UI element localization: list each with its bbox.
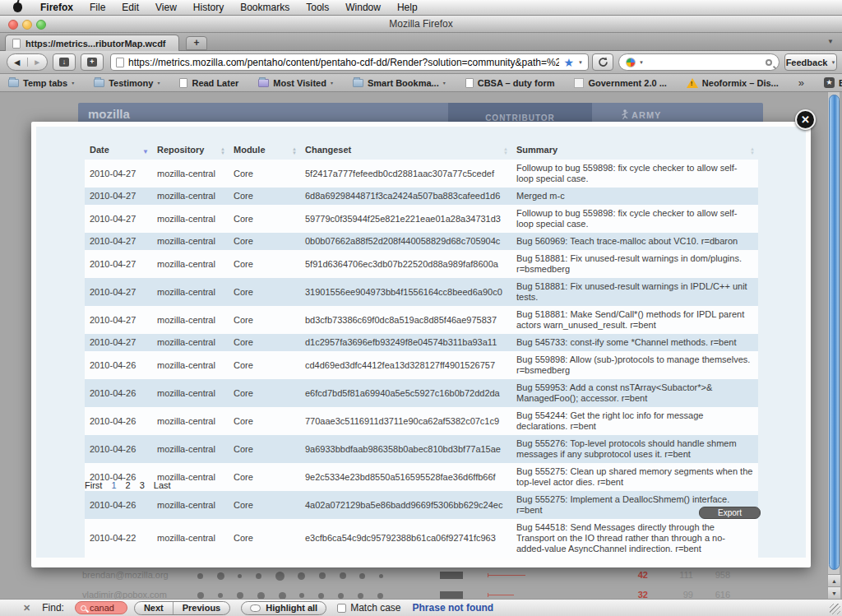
bookmark-temp-tabs[interactable]: Temp tabs▾ — [8, 78, 74, 88]
open-in-tab-button[interactable]: + — [81, 53, 104, 71]
page-1[interactable]: 1 — [111, 480, 116, 490]
sort-desc-icon[interactable]: ▼ — [142, 148, 149, 155]
table-row: 2010-04-26mozilla-centralCore770aae3c511… — [85, 407, 758, 435]
red-value: 42 — [615, 570, 648, 580]
scrollbar-thumb[interactable] — [829, 95, 840, 570]
find-close-icon[interactable]: ✕ — [23, 603, 30, 614]
summary-cell: Bug 560969: Teach trace-malloc about VC1… — [511, 233, 758, 250]
scroll-down-icon[interactable]: ▼ — [828, 586, 840, 599]
menu-item-bookmarks[interactable]: Bookmarks — [232, 2, 298, 13]
forward-button[interactable]: ► — [27, 58, 48, 67]
find-input[interactable]: canad — [75, 601, 127, 614]
menu-item-tools[interactable]: Tools — [298, 2, 337, 13]
summary-cell: Bug 518881: Fix unused-result warnings i… — [511, 278, 758, 306]
dot-grid — [197, 567, 383, 584]
changeset-cell: 5f2417a777fefeedb0cd2881aac307a77c5cedef — [300, 160, 511, 188]
sort-both-icon[interactable]: ▲▼ — [503, 147, 508, 155]
search-input[interactable] — [647, 55, 762, 70]
menu-item-edit[interactable]: Edit — [113, 2, 147, 13]
menu-item-window[interactable]: Window — [337, 2, 389, 13]
changeset-cell: 6d8a6929844871f3ca2424a507ba883cafeed1d6 — [300, 188, 511, 205]
bookmark-read-later[interactable]: Read Later — [179, 78, 238, 88]
column-header-repository[interactable]: Repository▲▼ — [152, 141, 229, 160]
folder-icon — [8, 79, 19, 87]
table-row: 2010-04-27mozilla-centralCorebd3cfb73386… — [85, 306, 758, 334]
find-query-text[interactable]: canad — [90, 603, 114, 613]
page-3[interactable]: 3 — [140, 480, 145, 490]
bookmarks-toolbar: Temp tabs▾Testimony▾Read LaterMost Visit… — [0, 74, 842, 92]
url-bar[interactable]: https://metrics.mozilla.com/pentaho/cont… — [110, 53, 589, 71]
activity-dot — [217, 572, 224, 580]
menu-item-help[interactable]: Help — [389, 2, 426, 13]
search-bar[interactable]: ▼ — [618, 53, 780, 71]
find-next-button[interactable]: Next — [135, 602, 173, 614]
bookmark-neoformix-dis[interactable]: Neoformix – Dis... — [687, 78, 779, 88]
sort-both-icon[interactable]: ▲▼ — [292, 147, 297, 155]
feedback-button[interactable]: Feedback ▼ — [784, 53, 837, 71]
dropdown-icon: ▾ — [331, 80, 333, 86]
find-previous-button[interactable]: Previous — [173, 602, 229, 614]
url-text[interactable]: https://metrics.mozilla.com/pentaho/cont… — [128, 57, 559, 68]
export-button[interactable]: Export — [699, 507, 761, 519]
engine-dropdown-icon[interactable]: ▼ — [639, 60, 644, 65]
match-case-option[interactable]: Match case — [337, 602, 400, 614]
summary-cell: Bug 559898: Allow (sub-)protocols to man… — [511, 351, 758, 379]
sort-both-icon[interactable]: ▲▼ — [220, 147, 225, 155]
changeset-cell: 31901556ee904973bb4f1556164cc8beed6a90c0 — [300, 278, 511, 306]
activity-dot — [377, 593, 383, 599]
menu-item-history[interactable]: History — [185, 2, 232, 13]
sort-both-icon[interactable]: ▲▼ — [750, 147, 755, 155]
changeset-cell: 4a02a072129ba5e86badd9669f5306bb629c24ec — [300, 491, 511, 519]
repository-cell: mozilla-central — [152, 435, 229, 463]
bookmark-cbsa-duty-form[interactable]: CBSA – duty form — [465, 78, 555, 88]
plus-box-icon: + — [87, 58, 97, 67]
bookmark-most-visited[interactable]: Most Visited▾ — [258, 78, 333, 88]
column-header-module[interactable]: Module▲▼ — [229, 141, 300, 160]
scroll-up-icon[interactable]: ▲ — [828, 574, 840, 586]
bookmark-smart-bookma[interactable]: Smart Bookma...▾ — [353, 78, 446, 88]
bookmark-star-icon[interactable]: ★ — [563, 57, 574, 68]
module-cell: Core — [229, 250, 300, 278]
page-2[interactable]: 2 — [126, 480, 131, 490]
page-last[interactable]: Last — [154, 480, 171, 490]
activity-dot — [256, 573, 261, 579]
tab-title: https://metrics...ributorMap.wcdf — [25, 39, 166, 49]
search-icon[interactable] — [766, 59, 772, 66]
activity-dot — [359, 573, 365, 579]
match-case-checkbox[interactable] — [337, 604, 346, 613]
downloads-button[interactable]: ↓ — [53, 53, 76, 71]
range-line — [488, 595, 514, 595]
date-cell: 2010-04-26 — [85, 435, 152, 463]
column-header-changeset[interactable]: Changeset▲▼ — [300, 141, 511, 160]
resize-grip[interactable] — [830, 604, 840, 614]
back-button[interactable]: ◄ — [7, 57, 27, 68]
date-cell: 2010-04-26 — [85, 491, 152, 519]
dialog-close-button[interactable]: ✕ — [795, 109, 816, 130]
google-engine-icon[interactable] — [626, 58, 636, 67]
activity-dot — [275, 572, 285, 581]
page-first[interactable]: First — [85, 480, 102, 490]
scrollbar[interactable]: ▲ ▼ — [827, 92, 840, 599]
bookmark-testimony[interactable]: Testimony▾ — [94, 78, 160, 88]
bookmark-government-2-0[interactable]: Government 2.0 ... — [574, 78, 666, 88]
menu-item-firefox[interactable]: Firefox — [32, 2, 81, 13]
active-tab[interactable]: https://metrics...ributorMap.wcdf — [5, 35, 179, 51]
url-dropdown-icon[interactable]: ▼ — [578, 60, 583, 65]
count-value: 111 — [660, 570, 693, 580]
column-header-date[interactable]: Date▼ — [85, 141, 152, 160]
bookmarks-menu-button[interactable]: ★ Bookmarks ▾ — [824, 77, 842, 88]
menu-item-file[interactable]: File — [81, 2, 113, 13]
highlight-all-button[interactable]: Highlight all — [241, 601, 326, 615]
menu-item-view[interactable]: View — [147, 2, 185, 13]
bookmarks-overflow-button[interactable]: » — [798, 76, 804, 89]
changeset-cell: 59779c0f35944f25e821e221eae01a28a34731d3 — [300, 205, 511, 233]
column-header-summary[interactable]: Summary▲▼ — [511, 141, 758, 160]
list-all-tabs-icon[interactable]: ▼ — [827, 38, 834, 45]
mini-bar — [440, 572, 463, 579]
reload-button[interactable] — [592, 53, 613, 71]
reload-icon — [598, 57, 608, 67]
changesets-table: Date▼Repository▲▼Module▲▼Changeset▲▼Summ… — [85, 141, 758, 558]
changeset-cell: 770aae3c5116911d3711e90ca62af5382c07c1c9 — [300, 407, 511, 435]
new-tab-button[interactable]: + — [186, 36, 207, 50]
apple-menu-icon[interactable] — [13, 2, 22, 12]
